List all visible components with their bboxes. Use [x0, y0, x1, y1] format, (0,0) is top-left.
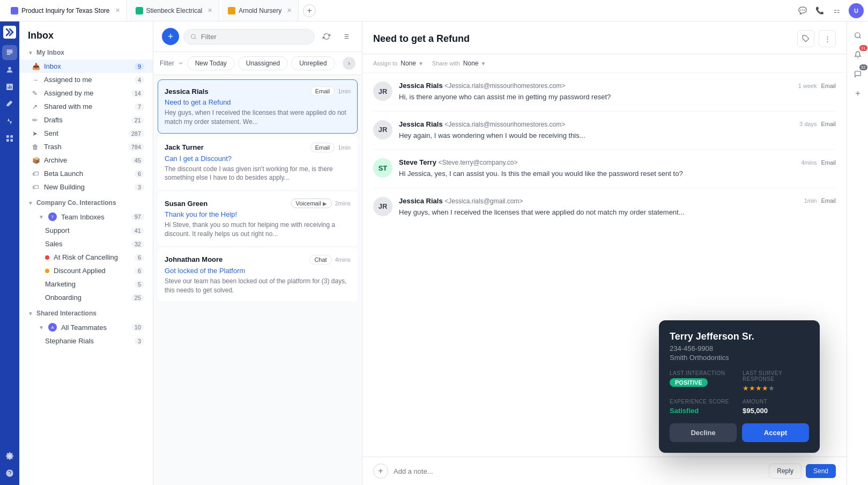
sidebar-item-all-teammates[interactable]: ▼ A All Teammates 10: [19, 320, 153, 334]
sidebar-item-at-risk[interactable]: At Risk of Cancelling 6: [19, 251, 153, 264]
sidebar-item-beta-launch[interactable]: 🏷 Beta Launch 6: [19, 167, 153, 180]
conv-preview-4: Steve our team has been locked out of th…: [165, 277, 351, 295]
contact-card: Terry Jefferson Sr. 234-456-9908 Smith O…: [659, 320, 820, 453]
collapse-icon: ▼: [28, 50, 33, 56]
sidebar-item-stephanie[interactable]: Stephanie Rials 3: [19, 334, 153, 348]
nav-compose[interactable]: [2, 97, 17, 112]
tag-button[interactable]: [797, 30, 814, 47]
sidebar-item-new-building[interactable]: 🏷 New Building 3: [19, 180, 153, 194]
nav-reports[interactable]: [2, 79, 17, 94]
right-search-icon[interactable]: [850, 28, 865, 43]
assigned-by-me-count: 14: [131, 90, 144, 97]
assign-to-dropdown[interactable]: None ▼: [400, 60, 424, 67]
msg-email-1: <Jessica.rials@missourihomestores.com>: [444, 82, 565, 90]
msg-sender-group-2: Jessica Rials <Jessica.rials@missourihom…: [399, 120, 565, 128]
nav-analytics[interactable]: [2, 114, 17, 129]
reply-button[interactable]: Reply: [769, 464, 802, 479]
conv-time-4: 4mins: [335, 256, 351, 263]
tab-stienbeck[interactable]: Stienbeck Electrical ✕: [129, 0, 220, 21]
refresh-button[interactable]: [319, 29, 334, 44]
sort-button[interactable]: [338, 29, 353, 44]
msg-divider-1: [373, 111, 836, 112]
tab-product-inquiry[interactable]: Product Inquiry for Texas Store ✕: [4, 0, 127, 21]
my-inbox-header[interactable]: ▼ My Inbox: [19, 46, 153, 60]
nav-apps[interactable]: [2, 131, 17, 146]
unreplied-button[interactable]: Unreplied: [291, 56, 335, 70]
conv-item-johnathan-moore[interactable]: Johnathan Moore Chat 4mins Got locked of…: [158, 248, 358, 302]
sidebar-item-discount[interactable]: Discount Applied 6: [19, 264, 153, 277]
sidebar-item-shared-with-me[interactable]: ↗ Shared with me 7: [19, 100, 153, 113]
msg-sender-group-3: Steve Terry <Steve.terry@company.co>: [399, 158, 518, 166]
sidebar-item-support[interactable]: Support 41: [19, 224, 153, 237]
sidebar-item-sent[interactable]: ➤ Sent 287: [19, 127, 153, 140]
conversation-title-bar: Need to get a Refund ⋮: [362, 21, 847, 54]
msg-meta-3: 4mins Email: [801, 159, 836, 166]
msg-body-2: Hey again, I was wondering when I would …: [399, 130, 836, 141]
sidebar-item-team-inboxes[interactable]: ▼ T Team Inboxes 97: [19, 210, 153, 224]
add-tab-button[interactable]: +: [303, 4, 316, 17]
conv-badge-2: Email: [310, 143, 335, 152]
tab-arnold[interactable]: Arnold Nursery ✕: [221, 0, 299, 21]
msg-email-4: <Jessica.rials@gmail.com>: [444, 197, 523, 205]
company-interactions-header[interactable]: ▼ Company Co. Interactions: [19, 196, 153, 210]
search-input[interactable]: [201, 33, 308, 41]
tab-close-2[interactable]: ✕: [207, 7, 212, 14]
send-button[interactable]: Send: [806, 464, 836, 478]
sidebar-item-assigned-by-me[interactable]: ✎ Assigned by me 14: [19, 86, 153, 100]
sidebar-item-trash[interactable]: 🗑 Trash 784: [19, 140, 153, 153]
msg-content-3: Steve Terry <Steve.terry@company.co> 4mi…: [399, 158, 836, 179]
assigned-by-me-icon: ✎: [32, 90, 40, 97]
filter-label[interactable]: Filter: [160, 60, 174, 67]
conv-item-susan-green[interactable]: Susan Green Voicemail ▶ 2mins Thank you …: [158, 192, 358, 246]
sidebar-item-drafts[interactable]: ✏ Drafts 21: [19, 113, 153, 127]
top-bar: Product Inquiry for Texas Store ✕ Stienb…: [0, 0, 868, 21]
sidebar-item-inbox[interactable]: 📥 Inbox 9: [19, 60, 153, 73]
conv-item-header-1: Jessica Rials Email 1min: [165, 86, 351, 96]
add-note-button[interactable]: +: [373, 464, 388, 479]
tab-close-1[interactable]: ✕: [115, 7, 120, 14]
more-button[interactable]: ⋮: [819, 30, 836, 47]
decline-button[interactable]: Decline: [670, 423, 737, 442]
msg-channel-1: Email: [821, 83, 836, 89]
discount-count: 6: [135, 267, 144, 275]
share-with-dropdown[interactable]: None ▼: [463, 60, 486, 67]
conv-item-jessica-rials[interactable]: Jessica Rials Email 1min Need to get a R…: [158, 79, 358, 134]
svg-rect-2: [6, 135, 9, 138]
user-avatar[interactable]: U: [849, 3, 864, 18]
accept-button[interactable]: Accept: [742, 423, 809, 442]
tab-close-3[interactable]: ✕: [287, 7, 292, 14]
sidebar-item-onboarding[interactable]: Onboarding 25: [19, 291, 153, 304]
drafts-count: 21: [131, 116, 144, 124]
conv-item-header-4: Johnathan Moore Chat 4mins: [165, 255, 351, 264]
sidebar-item-sales[interactable]: Sales 32: [19, 237, 153, 251]
nav-help[interactable]: [2, 466, 17, 481]
right-add-icon[interactable]: [850, 86, 865, 101]
tab-icon-2: [136, 7, 143, 14]
new-today-button[interactable]: New Today: [187, 56, 235, 70]
shared-interactions-header[interactable]: ▼ Shared Interactions: [19, 306, 153, 320]
support-label: Support: [45, 226, 127, 234]
note-input[interactable]: [394, 467, 763, 475]
apps-icon[interactable]: ⚏: [832, 5, 842, 16]
nav-inbox[interactable]: [2, 45, 17, 60]
app-logo[interactable]: [3, 26, 16, 39]
chat-icon[interactable]: 💬: [797, 5, 808, 16]
nav-contacts[interactable]: [2, 62, 17, 77]
new-conversation-button[interactable]: +: [162, 28, 179, 45]
msg-channel-3: Email: [821, 159, 836, 166]
conv-badge-4: Chat: [309, 255, 331, 264]
onboarding-count: 25: [131, 294, 144, 302]
unassigned-button[interactable]: Unassigned: [238, 56, 288, 70]
filter-more-button[interactable]: ›: [343, 57, 355, 70]
archive-icon: 📦: [32, 157, 40, 164]
nav-settings[interactable]: [2, 449, 17, 464]
right-chat-icon[interactable]: [850, 67, 865, 82]
sidebar-item-assigned-to-me[interactable]: → Assigned to me 4: [19, 73, 153, 86]
assign-to-label: Assign to: [373, 60, 397, 67]
sidebar-item-archive[interactable]: 📦 Archive 45: [19, 153, 153, 167]
sidebar-item-marketing[interactable]: Marketing 5: [19, 277, 153, 291]
right-notification-icon[interactable]: [850, 47, 865, 62]
conv-item-jack-turner[interactable]: Jack Turner Email 1min Can I get a Disco…: [158, 136, 358, 190]
phone-icon[interactable]: 📞: [814, 5, 825, 16]
msg-sender-group-1: Jessica Rials <Jessica.rials@missourihom…: [399, 82, 565, 90]
